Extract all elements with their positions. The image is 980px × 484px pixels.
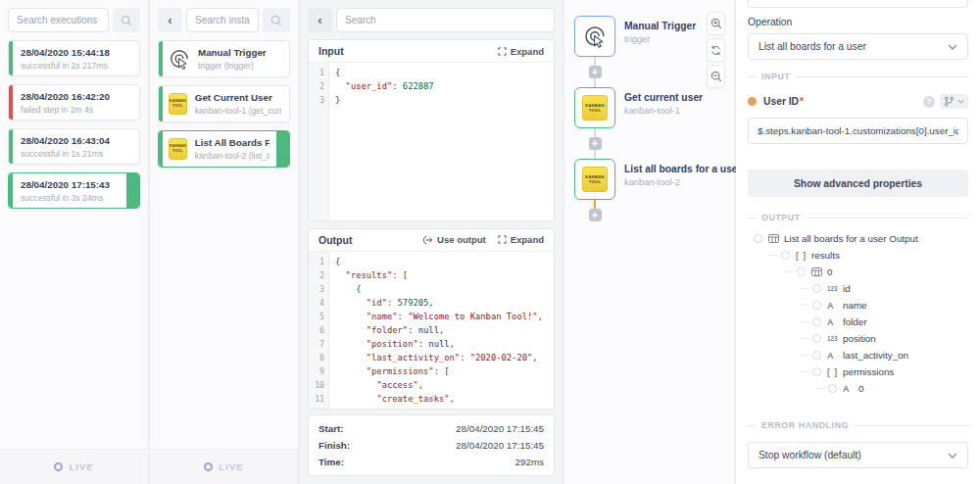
user-id-input[interactable] [748,118,968,144]
manual-trigger-icon [169,48,190,70]
step-item[interactable]: KANBANTOOLGet Current Userkanban-tool-1 … [158,85,290,122]
tree-node-label: last_activity_on [843,350,908,361]
help-icon[interactable]: ? [923,96,935,108]
object-type-icon [768,234,779,243]
output-code-editor[interactable]: 1{2 "results": [3 {4 "id": 579205,5 "nam… [309,252,554,410]
execution-timestamp: 28/04/2020 16:43:04 [21,135,131,146]
tree-node[interactable]: 123position [748,330,968,347]
node-subtitle: trigger [624,34,696,44]
step-detail-panel: ‹ Input Expand 1{2 "user_id": 6228873} [300,0,564,484]
code-line: 6 "folder": null, [309,323,554,337]
radio-icon[interactable] [812,367,821,376]
refresh-button[interactable] [707,38,725,62]
string-type-icon: A [843,384,850,394]
workflow-app: 28/04/2020 15:44:18successful in 2s 217m… [0,0,980,484]
tree-node[interactable]: List all boards for a user Output [748,230,968,247]
zoom-in-button[interactable] [707,12,725,35]
radio-icon[interactable] [812,351,821,360]
required-mark: * [800,96,804,107]
mapper-button[interactable] [940,94,968,109]
execution-item[interactable]: 28/04/2020 17:15:43successful in 3s 24ms [8,172,140,209]
detail-back-button[interactable]: ‹ [308,8,332,32]
add-step-button[interactable]: + [589,137,602,150]
radio-icon[interactable] [754,234,762,243]
input-expand-button[interactable]: Expand [498,46,544,57]
search-icon [270,15,282,26]
radio-icon[interactable] [812,284,821,293]
tree-node[interactable]: A0 [748,380,968,397]
scrolled-field-partial [748,0,968,8]
error-handling-select[interactable]: Stop workflow (default) [748,442,968,468]
execution-item[interactable]: 28/04/2020 16:42:20failed step in 2m 4s [8,84,140,121]
radio-icon[interactable] [812,317,821,326]
chevron-down-icon [957,99,964,104]
zoom-out-button[interactable] [707,65,725,88]
step-item[interactable]: KANBANTOOLList All Boards For A ...kanba… [158,130,290,168]
node-subtitle: kanban-tool-2 [624,177,734,187]
execution-item[interactable]: 28/04/2020 16:43:04successful in 1s 21ms [8,128,140,165]
search-instance-input[interactable] [186,8,259,32]
execution-status: failed step in 2m 4s [21,105,131,115]
executions-live-toggle[interactable]: LIVE [0,449,148,484]
search-instance-button[interactable] [263,8,290,32]
add-step-button[interactable]: + [589,209,602,221]
stat-value: 292ms [515,457,544,467]
node-connector: + [574,57,615,87]
operation-select[interactable]: List all boards for a user [748,33,968,60]
node-title: Get current user [624,92,703,103]
array-type-icon: [ ] [796,251,807,261]
stat-value: 28/04/2020 17:15:45 [456,423,544,434]
tree-node[interactable]: Alast_activity_on [748,347,968,363]
live-label: LIVE [219,461,243,472]
add-step-button[interactable]: + [589,66,602,78]
tree-node-label: permissions [843,366,894,377]
tree-node[interactable]: [ ]results [748,247,968,264]
node-icon-box[interactable]: KANBANTOOL [574,159,615,200]
execution-list: 28/04/2020 15:44:18successful in 2s 217m… [0,40,148,209]
instance-live-toggle[interactable]: LIVE [150,449,298,484]
detail-search-input[interactable] [336,8,555,32]
chevron-down-icon [948,453,957,459]
step-title: Manual Trigger [198,47,267,58]
tree-node[interactable]: 0 [748,264,968,280]
tree-node[interactable]: Aname [748,297,968,314]
node-icon-box[interactable]: KANBANTOOL [574,87,615,128]
input-section-header: INPUT [748,72,968,81]
output-expand-button[interactable]: Expand [498,234,544,245]
chevron-down-icon [948,44,957,50]
search-executions-button[interactable] [113,8,140,32]
radio-icon[interactable] [797,267,806,276]
instance-back-button[interactable]: ‹ [158,8,182,32]
show-advanced-properties-button[interactable]: Show advanced properties [748,169,968,197]
radio-icon[interactable] [781,251,790,260]
status-strip [159,86,163,121]
radio-icon[interactable] [828,384,837,393]
status-strip [159,131,163,167]
step-item[interactable]: Manual Triggertrigger (trigger) [158,40,290,77]
use-output-button[interactable]: Use output [422,234,486,245]
node-icon-box[interactable] [574,16,615,57]
status-strip [9,85,13,120]
tree-guide [785,271,793,272]
input-code-editor[interactable]: 1{2 "user_id": 6228873} [309,63,554,220]
error-handling-section-header: ERROR HANDLING [748,420,968,430]
string-type-icon: A [827,301,834,311]
workflow-node[interactable]: KANBANTOOLList all boards for a userkanb… [574,159,734,200]
tree-node[interactable]: 123id [748,280,968,297]
execution-item[interactable]: 28/04/2020 15:44:18successful in 2s 217m… [8,40,140,76]
stat-label: Time: [318,457,344,467]
object-type-icon [811,267,822,276]
execution-timestamp: 28/04/2020 17:15:43 [21,179,120,190]
tree-node[interactable]: Afolder [748,314,968,330]
radio-icon[interactable] [812,301,821,310]
tree-node[interactable]: [ ]permissions [748,363,968,380]
stat-value: 28/04/2020 17:15:45 [456,440,544,451]
search-executions-input[interactable] [8,8,109,32]
execution-stats: Start:28/04/2020 17:15:45Finish:28/04/20… [308,414,555,476]
stat-row: Finish:28/04/2020 17:15:45 [318,437,544,454]
radio-icon[interactable] [812,334,821,343]
status-strip [9,129,13,164]
kanban-tool-icon: KANBANTOOL [582,167,608,192]
workflow-node[interactable]: KANBANTOOLGet current userkanban-tool-1 [574,87,734,128]
operation-label: Operation [748,17,968,27]
